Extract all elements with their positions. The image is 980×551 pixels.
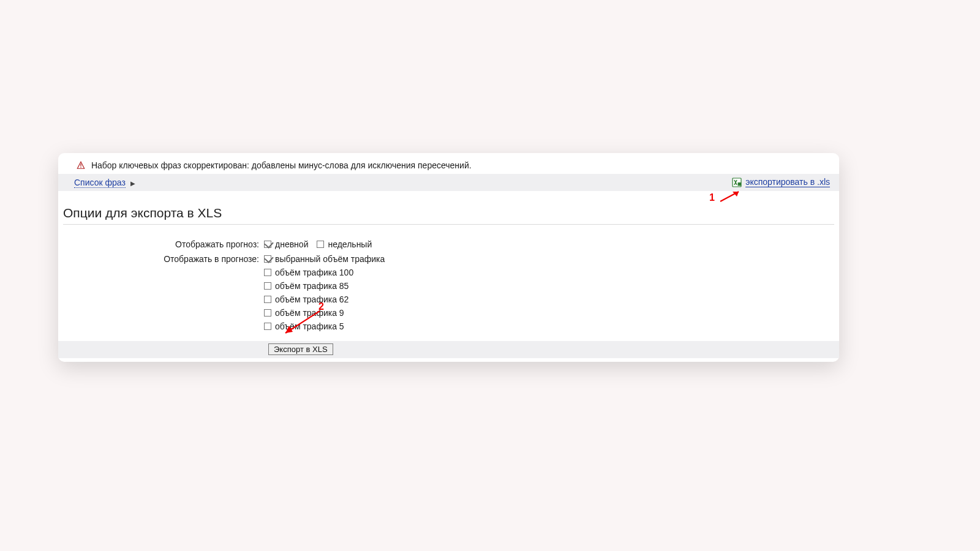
phrases-list-link[interactable]: Список фраз xyxy=(74,178,126,188)
in-forecast-row: Отображать в прогнозе: выбранный объём т… xyxy=(58,252,839,334)
checkbox-icon xyxy=(264,309,271,317)
option-label: выбранный объём трафика xyxy=(275,254,385,264)
export-card: Набор ключевых фраз скорректирован: доба… xyxy=(58,153,839,362)
checkbox-icon xyxy=(264,255,271,263)
warning-row: Набор ключевых фраз скорректирован: доба… xyxy=(58,158,839,174)
option-label: объём трафика 9 xyxy=(275,308,344,318)
checkbox-icon xyxy=(264,269,271,276)
option-label: объём трафика 85 xyxy=(275,281,349,291)
traffic-62-option[interactable]: объём трафика 62 xyxy=(264,293,385,306)
forecast-row: Отображать прогноз: дневной недельный xyxy=(58,237,839,252)
toolbar: Список фраз ▶ экспортировать в .xls xyxy=(58,174,839,191)
triangle-right-icon: ▶ xyxy=(130,180,135,187)
option-label: дневной xyxy=(275,239,308,249)
checkbox-icon xyxy=(317,241,324,248)
phrases-link-wrap: Список фраз ▶ xyxy=(74,178,135,187)
svg-rect-4 xyxy=(738,182,742,186)
options-block: Отображать прогноз: дневной недельный От… xyxy=(58,225,839,337)
forecast-label: Отображать прогноз: xyxy=(58,238,264,251)
checkbox-icon xyxy=(264,296,271,303)
in-forecast-label: Отображать в прогнозе: xyxy=(58,252,264,266)
warning-text: Набор ключевых фраз скорректирован: доба… xyxy=(91,160,472,170)
option-label: объём трафика 62 xyxy=(275,294,349,304)
svg-rect-1 xyxy=(80,164,81,167)
export-link-group: экспортировать в .xls xyxy=(732,177,830,187)
export-xls-link[interactable]: экспортировать в .xls xyxy=(745,177,830,187)
forecast-daily-option[interactable]: дневной xyxy=(264,238,308,251)
checkbox-icon xyxy=(264,323,271,330)
export-xls-button[interactable]: Экспорт в XLS xyxy=(268,343,333,355)
in-forecast-values: выбранный объём трафика объём трафика 10… xyxy=(264,252,385,333)
traffic-selected-option[interactable]: выбранный объём трафика xyxy=(264,252,385,266)
forecast-weekly-option[interactable]: недельный xyxy=(317,238,372,251)
xls-file-icon xyxy=(732,178,742,187)
warning-icon xyxy=(77,161,85,170)
option-label: объём трафика 5 xyxy=(275,321,344,331)
checkbox-icon xyxy=(264,282,271,290)
svg-rect-2 xyxy=(80,167,81,168)
forecast-values: дневной недельный xyxy=(264,238,372,251)
submit-row: Экспорт в XLS xyxy=(58,341,839,358)
section-title: Опции для экспорта в XLS xyxy=(63,191,834,225)
traffic-100-option[interactable]: объём трафика 100 xyxy=(264,266,385,279)
traffic-5-option[interactable]: объём трафика 5 xyxy=(264,320,385,333)
traffic-9-option[interactable]: объём трафика 9 xyxy=(264,306,385,320)
checkbox-icon xyxy=(264,241,271,248)
option-label: объём трафика 100 xyxy=(275,268,353,277)
traffic-85-option[interactable]: объём трафика 85 xyxy=(264,279,385,293)
option-label: недельный xyxy=(328,239,372,249)
